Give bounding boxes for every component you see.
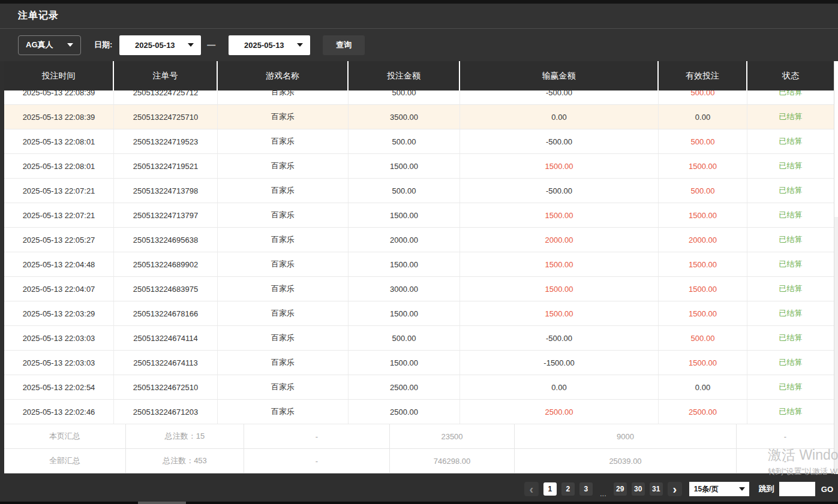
cell-valid-bet: 1500.00 bbox=[659, 351, 747, 375]
cell-winloss-amount: 2000.00 bbox=[460, 228, 659, 252]
summary-cell: - bbox=[244, 424, 390, 448]
cell-bet-time: 2025-05-13 22:04:48 bbox=[4, 252, 114, 276]
cell-status: 已结算 bbox=[747, 105, 834, 129]
cell-valid-bet: 1500.00 bbox=[659, 154, 747, 178]
cell-bet-time: 2025-05-13 22:03:03 bbox=[4, 326, 114, 350]
summary-cell: 746298.00 bbox=[390, 449, 515, 473]
cell-bet-time: 2025-05-13 22:03:03 bbox=[4, 351, 114, 375]
bet-record-table: 投注时间注单号游戏名称投注金额输赢金额有效投注状态 2025-05-13 22:… bbox=[4, 61, 834, 473]
go-button[interactable]: GO bbox=[821, 485, 833, 494]
cell-status: 已结算 bbox=[747, 400, 834, 424]
cell-bet-amount: 1500.00 bbox=[349, 301, 460, 325]
date-from-value: 2025-05-13 bbox=[135, 41, 175, 50]
cell-status: 已结算 bbox=[747, 301, 834, 325]
page-button[interactable]: 31 bbox=[650, 482, 663, 496]
table-row[interactable]: 2025-05-13 22:04:07250513224683975百家乐300… bbox=[4, 277, 834, 301]
cell-valid-bet: 1500.00 bbox=[659, 277, 747, 301]
table-row[interactable]: 2025-05-13 22:03:03250513224674114百家乐500… bbox=[4, 326, 834, 351]
chevron-down-icon bbox=[739, 487, 745, 491]
vertical-scrollbar-thumb[interactable] bbox=[834, 61, 838, 217]
table-row[interactable]: 2025-05-13 22:07:21250513224713798百家乐500… bbox=[4, 179, 834, 203]
cell-order-no: 250513224678166 bbox=[114, 301, 218, 325]
table-row[interactable]: 2025-05-13 22:07:21250513224713797百家乐150… bbox=[4, 203, 834, 228]
cell-status: 已结算 bbox=[747, 203, 834, 227]
cell-bet-amount: 3500.00 bbox=[349, 105, 460, 129]
column-header: 输赢金额 bbox=[460, 61, 659, 90]
summary-cell: 9000 bbox=[515, 424, 737, 448]
cell-order-no: 250513224689902 bbox=[114, 252, 218, 276]
cell-winloss-amount: -500.00 bbox=[460, 179, 659, 203]
table-row[interactable]: 2025-05-13 22:08:01250513224719523百家乐500… bbox=[4, 129, 834, 154]
table-row[interactable]: 2025-05-13 22:02:46250513224671203百家乐250… bbox=[4, 400, 834, 424]
summary-cell: 23500 bbox=[390, 424, 515, 448]
cell-game-name: 百家乐 bbox=[218, 375, 349, 399]
cell-order-no: 250513224674113 bbox=[114, 351, 218, 375]
date-to-input[interactable]: 2025-05-13 bbox=[229, 35, 310, 55]
horizontal-scrollbar[interactable] bbox=[0, 502, 838, 504]
jump-input[interactable] bbox=[779, 482, 815, 496]
cell-game-name: 百家乐 bbox=[218, 400, 349, 424]
title-bar: 注单记录 bbox=[0, 4, 838, 29]
cell-game-name: 百家乐 bbox=[218, 90, 349, 104]
summary-cell: - bbox=[737, 449, 834, 473]
cell-bet-time: 2025-05-13 22:02:54 bbox=[4, 375, 114, 399]
cell-winloss-amount: -500.00 bbox=[460, 326, 659, 350]
cell-bet-amount: 1500.00 bbox=[349, 351, 460, 375]
page-button[interactable]: 3 bbox=[579, 482, 593, 496]
cell-bet-time: 2025-05-13 22:07:21 bbox=[4, 179, 114, 203]
cell-status: 已结算 bbox=[747, 228, 834, 252]
cell-game-name: 百家乐 bbox=[218, 203, 349, 227]
game-select[interactable]: AG真人 bbox=[18, 35, 81, 55]
cell-valid-bet: 500.00 bbox=[659, 129, 747, 153]
cell-game-name: 百家乐 bbox=[218, 105, 349, 129]
summary-row: 本页汇总总注数：15-235009000- bbox=[4, 424, 834, 449]
query-button[interactable]: 查询 bbox=[323, 35, 365, 55]
cell-winloss-amount: 1500.00 bbox=[460, 154, 659, 178]
page-button[interactable]: 30 bbox=[632, 482, 645, 496]
vertical-scrollbar[interactable] bbox=[834, 61, 838, 474]
cell-status: 已结算 bbox=[747, 326, 834, 350]
cell-game-name: 百家乐 bbox=[218, 277, 349, 301]
next-page-button[interactable]: › bbox=[668, 482, 682, 496]
cell-valid-bet: 0.00 bbox=[659, 105, 747, 129]
cell-valid-bet: 500.00 bbox=[659, 179, 747, 203]
cell-status: 已结算 bbox=[747, 277, 834, 301]
cell-order-no: 250513224671203 bbox=[114, 400, 218, 424]
table-row[interactable]: 2025-05-13 22:02:54250513224672510百家乐250… bbox=[4, 375, 834, 400]
page-size-select[interactable]: 15条/页 bbox=[689, 482, 749, 496]
chevron-down-icon bbox=[67, 43, 73, 47]
table-row[interactable]: 2025-05-13 22:03:29250513224678166百家乐150… bbox=[4, 301, 834, 326]
chevron-down-icon bbox=[188, 43, 194, 47]
summary-row: 全部汇总总注数：453-746298.0025039.00- bbox=[4, 449, 834, 473]
table-row[interactable]: 2025-05-13 22:05:27250513224695638百家乐200… bbox=[4, 228, 834, 252]
summary-cell: - bbox=[737, 424, 834, 448]
prev-page-button[interactable]: ‹ bbox=[524, 482, 539, 496]
table-row[interactable]: 2025-05-13 22:08:39250513224725712百家乐500… bbox=[4, 90, 834, 105]
page-title: 注单记录 bbox=[18, 10, 59, 22]
date-to-value: 2025-05-13 bbox=[244, 41, 284, 50]
date-from-input[interactable]: 2025-05-13 bbox=[119, 35, 201, 55]
cell-winloss-amount: 2500.00 bbox=[460, 400, 659, 424]
cell-winloss-amount: 1500.00 bbox=[460, 301, 659, 325]
game-select-value: AG真人 bbox=[26, 40, 53, 50]
cell-valid-bet: 2500.00 bbox=[659, 400, 747, 424]
column-header: 投注金额 bbox=[349, 61, 460, 90]
cell-bet-amount: 500.00 bbox=[349, 326, 460, 350]
cell-valid-bet: 1500.00 bbox=[659, 301, 747, 325]
cell-valid-bet: 1500.00 bbox=[659, 203, 747, 227]
table-row[interactable]: 2025-05-13 22:03:03250513224674113百家乐150… bbox=[4, 351, 834, 375]
horizontal-scrollbar-thumb[interactable] bbox=[138, 502, 186, 504]
table-row[interactable]: 2025-05-13 22:08:01250513224719521百家乐150… bbox=[4, 154, 834, 179]
page-buttons-left: 123 bbox=[541, 482, 595, 496]
cell-game-name: 百家乐 bbox=[218, 326, 349, 350]
cell-bet-amount: 1500.00 bbox=[349, 154, 460, 178]
page-button[interactable]: 1 bbox=[543, 482, 557, 496]
cell-status: 已结算 bbox=[747, 351, 834, 375]
table-row[interactable]: 2025-05-13 22:04:48250513224689902百家乐150… bbox=[4, 252, 834, 277]
table-row[interactable]: 2025-05-13 22:08:39250513224725710百家乐350… bbox=[4, 105, 834, 129]
cell-order-no: 250513224719521 bbox=[114, 154, 218, 178]
page-button[interactable]: 29 bbox=[614, 482, 627, 496]
cell-status: 已结算 bbox=[747, 375, 834, 399]
page-button[interactable]: 2 bbox=[561, 482, 575, 496]
cell-order-no: 250513224672510 bbox=[114, 375, 218, 399]
